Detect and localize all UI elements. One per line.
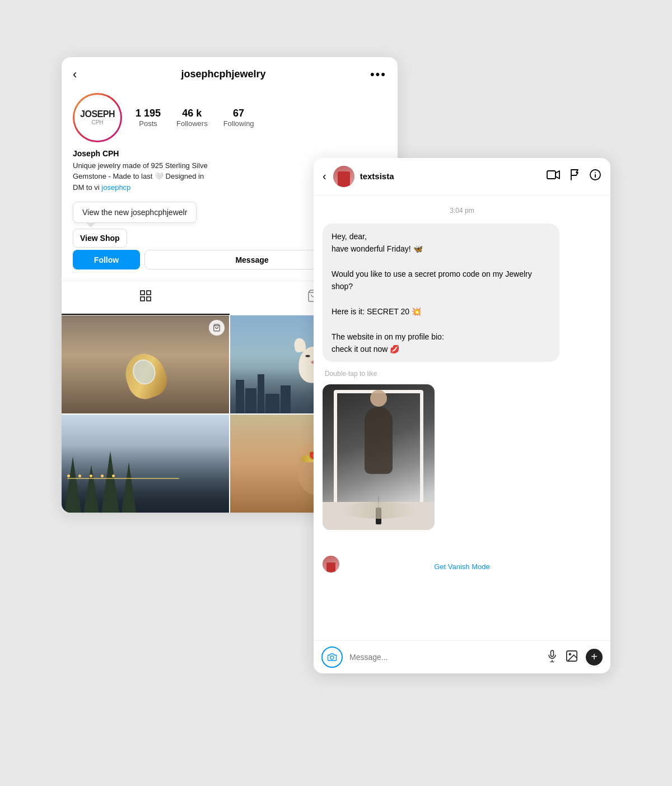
avatar-text-sub: CPH xyxy=(91,119,103,125)
bio-line2: Gemstone - Made to last 🤍 Designed in xyxy=(73,172,204,180)
svg-rect-2 xyxy=(141,297,144,301)
back-button[interactable]: ‹ xyxy=(73,67,77,82)
svg-rect-7 xyxy=(547,171,556,179)
bio-link[interactable]: josephcp xyxy=(101,183,130,192)
shop-badge-1 xyxy=(209,320,225,336)
grid-cell-3[interactable] xyxy=(62,415,229,513)
mirror-scene xyxy=(323,384,435,530)
follow-button[interactable]: Follow xyxy=(73,250,140,269)
tooltip-arrow xyxy=(86,223,95,227)
vanish-mode-button[interactable]: Get Vanish Mode xyxy=(323,558,601,573)
message-input[interactable] xyxy=(349,653,540,662)
svg-marker-8 xyxy=(556,171,559,179)
posts-count: 1 195 xyxy=(136,108,161,119)
following-count: 67 xyxy=(233,108,244,119)
dm-header: ‹ textsista xyxy=(314,158,610,196)
dm-footer-icons: + xyxy=(547,649,603,666)
grid-icon xyxy=(139,289,152,306)
dm-body[interactable]: 3:04 pm Hey, dear, have wonderful Friday… xyxy=(314,196,610,640)
dm-message-bubble[interactable]: Hey, dear, have wonderful Friday! 🦋 Woul… xyxy=(323,224,559,362)
camera-icon xyxy=(327,653,337,662)
more-options-button[interactable]: ••• xyxy=(370,67,386,82)
dm-image-bubble[interactable] xyxy=(323,384,435,551)
tab-grid[interactable] xyxy=(62,281,230,315)
tooltip-text: View the new josephcphjewelr xyxy=(82,208,187,217)
avatar-ring: JOSEPH CPH xyxy=(73,93,122,142)
microphone-icon[interactable] xyxy=(547,650,558,664)
dm-header-icons xyxy=(547,169,601,184)
svg-rect-14 xyxy=(551,650,554,657)
dm-user-avatar xyxy=(333,166,354,187)
dm-image-box xyxy=(323,384,435,530)
info-icon[interactable] xyxy=(589,169,601,184)
dm-timestamp: 3:04 pm xyxy=(323,207,601,215)
stats-row: 1 195 Posts 46 k Followers 67 Following xyxy=(136,108,386,128)
posts-stat: 1 195 Posts xyxy=(136,108,161,128)
followers-stat: 46 k Followers xyxy=(176,108,208,128)
avatar: JOSEPH CPH xyxy=(74,95,120,141)
profile-username: josephcphjewelry xyxy=(181,68,266,80)
bio-name: Joseph CPH xyxy=(73,149,386,158)
dm-footer: + xyxy=(314,640,610,673)
following-label: Following xyxy=(223,119,254,128)
plus-icon: + xyxy=(591,650,598,663)
dm-username: textsista xyxy=(360,171,541,181)
dm-back-button[interactable]: ‹ xyxy=(323,170,326,183)
posts-label: Posts xyxy=(139,119,157,128)
bio-line1: Unique jewelry made of 925 Sterling Silv… xyxy=(73,161,208,170)
camera-button[interactable] xyxy=(321,647,343,668)
add-content-button[interactable]: + xyxy=(586,649,603,666)
flag-icon[interactable] xyxy=(569,169,580,184)
svg-rect-0 xyxy=(141,291,144,295)
svg-point-12 xyxy=(595,173,596,173)
tooltip-bubble[interactable]: View the new josephcphjewelr xyxy=(73,202,197,223)
video-call-icon[interactable] xyxy=(547,169,560,183)
view-shop-button[interactable]: View Shop xyxy=(73,229,127,248)
svg-rect-3 xyxy=(147,297,151,301)
svg-point-13 xyxy=(330,655,334,659)
dm-message-text: Hey, dear, have wonderful Friday! 🦋 Woul… xyxy=(332,232,532,354)
svg-rect-1 xyxy=(147,291,151,295)
dm-double-tap-label: Double-tap to like xyxy=(323,370,601,378)
following-stat: 67 Following xyxy=(223,108,254,128)
svg-point-18 xyxy=(569,653,571,655)
gallery-icon[interactable] xyxy=(566,650,578,664)
dm-panel: ‹ textsista xyxy=(314,158,610,673)
profile-header: ‹ josephcphjewelry ••• xyxy=(62,57,398,89)
avatar-text-main: JOSEPH xyxy=(80,109,115,119)
followers-label: Followers xyxy=(176,119,208,128)
profile-info-row: JOSEPH CPH 1 195 Posts 46 k Followers 67… xyxy=(62,89,398,149)
grid-cell-1[interactable] xyxy=(62,315,229,413)
followers-count: 46 k xyxy=(182,108,202,119)
bio-line3: DM to vi xyxy=(73,183,100,192)
